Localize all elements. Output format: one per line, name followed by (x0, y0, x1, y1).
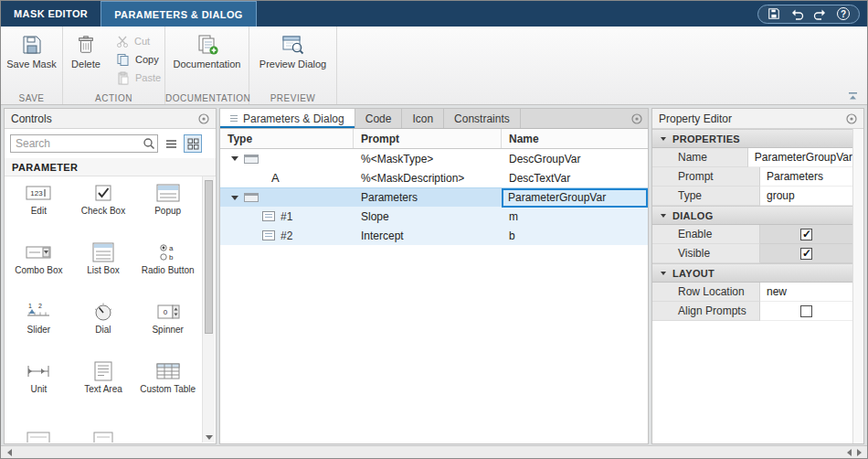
prompt-cell[interactable]: Intercept (354, 226, 502, 245)
control-unit[interactable]: Unit (6, 355, 71, 414)
property-editor-header: Property Editor (652, 109, 863, 129)
prompt-cell[interactable]: %<MaskType> (354, 149, 502, 168)
collapse-arrow-icon[interactable] (231, 196, 238, 200)
toolstrip-group-preview: Preview Dialog PREVIEW (249, 27, 337, 104)
tab-constraints[interactable]: Constraints (444, 109, 521, 128)
section-properties[interactable]: PROPERTIES (652, 129, 852, 148)
name-cell[interactable]: b (502, 226, 648, 245)
name-cell[interactable]: DescGroupVar (502, 149, 648, 168)
property-value-type[interactable]: group (760, 187, 852, 206)
collapse-arrow-icon (661, 137, 666, 141)
collapse-toolstrip-icon[interactable] (848, 91, 858, 103)
selected-name-cell[interactable]: ParameterGroupVar (502, 188, 648, 208)
control-label: Slider (9, 325, 68, 335)
control-dial[interactable]: Dial (71, 295, 136, 355)
copy-button[interactable]: Copy (111, 50, 166, 69)
control-label: Popup (139, 206, 197, 216)
panel-options-icon[interactable] (846, 113, 857, 124)
cut-button[interactable]: Cut (111, 32, 166, 50)
collapse-arrow-icon (661, 214, 666, 218)
clipped-control[interactable] (6, 414, 71, 443)
control-label: Custom Table (139, 384, 197, 394)
property-scrollbar-track[interactable] (852, 129, 863, 443)
prompt-cell[interactable]: Slope (354, 207, 502, 226)
table-row-slope[interactable]: #1 Slope m (220, 207, 648, 226)
table-row-maskt-ype[interactable]: %<MaskType> DescGroupVar (220, 149, 648, 168)
property-label: Row Location (652, 283, 760, 302)
property-grid: PROPERTIES Name ParameterGroupVar Prompt… (652, 129, 852, 321)
scroll-right-icon[interactable] (857, 449, 862, 456)
clipped-control[interactable] (71, 414, 136, 443)
control-check-box[interactable]: Check Box (71, 176, 136, 236)
section-parameter: PARAMETER (5, 158, 216, 176)
tab-icon[interactable]: Icon (402, 109, 444, 128)
parameter-number: #1 (281, 210, 292, 223)
control-list-box[interactable]: List Box (71, 236, 136, 295)
search-input[interactable] (10, 134, 158, 153)
toolstrip-group-save: Save Mask SAVE (1, 27, 63, 104)
visible-checkbox[interactable] (800, 248, 812, 260)
edit-control-icon: 123 (25, 182, 52, 204)
property-value-row-location[interactable]: new (760, 283, 852, 302)
table-row-intercept[interactable]: #2 Intercept b (220, 226, 648, 245)
text-control-icon: A (271, 171, 280, 185)
collapse-left-panel-icon[interactable] (7, 449, 12, 456)
control-combo-box[interactable]: Combo Box (6, 236, 71, 295)
delete-button[interactable]: Delete (65, 27, 107, 69)
control-spinner[interactable]: 0 Spinner (135, 295, 200, 355)
section-dialog[interactable]: DIALOG (652, 206, 852, 225)
radio-button-control-icon: ab (154, 241, 182, 263)
property-value-prompt[interactable]: Parameters (760, 167, 852, 187)
prompt-cell[interactable]: %<MaskDescription> (354, 168, 502, 187)
horizontal-scroll-arrows (847, 449, 862, 456)
table-row-parameters-selected[interactable]: Parameters ParameterGroupVar (220, 187, 648, 207)
preview-dialog-button[interactable]: Preview Dialog (249, 27, 336, 69)
tab-code[interactable]: Code (355, 109, 403, 128)
panel-options-icon[interactable] (198, 113, 209, 124)
scrollbar-thumb[interactable] (205, 180, 213, 334)
grid-view-button[interactable] (184, 134, 202, 153)
property-row-enable: Enable (652, 225, 852, 244)
redo-icon[interactable] (813, 7, 828, 20)
column-header-type: Type (220, 129, 354, 148)
spinner-control-icon: 0 (154, 301, 182, 323)
type-cell: #1 (220, 207, 354, 226)
save-icon[interactable] (767, 7, 780, 20)
popup-control-icon (154, 182, 182, 204)
tab-parameters-dialog-doc[interactable]: Parameters & Dialog (220, 109, 355, 128)
control-slider[interactable]: 12 Slider (6, 295, 71, 355)
documentation-button[interactable]: Documentation (165, 27, 249, 69)
column-header-name: Name (502, 129, 648, 148)
control-radio-button[interactable]: ab Radio Button (135, 236, 200, 295)
control-text-area[interactable]: Text Area (71, 355, 136, 414)
name-cell[interactable]: DescTextVar (502, 168, 648, 187)
control-edit[interactable]: 123 Edit (6, 176, 71, 236)
undo-icon[interactable] (789, 7, 804, 20)
align-prompts-checkbox[interactable] (800, 305, 812, 317)
collapse-arrow-icon[interactable] (231, 156, 238, 161)
panel-options-icon[interactable] (631, 113, 642, 124)
table-row-mask-description[interactable]: A %<MaskDescription> DescTextVar (220, 168, 648, 187)
save-mask-button[interactable]: Save Mask (1, 27, 62, 69)
section-layout[interactable]: LAYOUT (652, 263, 852, 283)
tab-mask-editor[interactable]: MASK EDITOR (1, 1, 101, 27)
svg-text:2: 2 (38, 303, 42, 309)
prompt-cell[interactable]: Parameters (354, 188, 502, 207)
control-custom-table[interactable]: Custom Table (135, 355, 200, 414)
scrollbar-down-arrow-icon[interactable] (206, 435, 213, 440)
name-cell[interactable]: m (502, 207, 648, 226)
control-popup[interactable]: Popup (135, 176, 200, 236)
help-icon[interactable]: ? (837, 7, 850, 20)
group-box-icon (244, 155, 259, 164)
property-value-name[interactable]: ParameterGroupVar (748, 148, 852, 167)
tab-parameters-and-dialog[interactable]: PARAMETERS & DIALOG (101, 1, 257, 27)
list-view-button[interactable] (162, 134, 180, 153)
controls-scrollbar[interactable] (202, 176, 215, 443)
paste-button[interactable]: Paste (111, 69, 166, 87)
column-header-prompt: Prompt (354, 129, 502, 148)
control-label: Dial (74, 325, 132, 335)
scroll-left-icon[interactable] (847, 449, 852, 456)
property-label: Type (652, 187, 760, 206)
cut-label: Cut (134, 36, 150, 47)
enable-checkbox[interactable] (800, 229, 812, 240)
